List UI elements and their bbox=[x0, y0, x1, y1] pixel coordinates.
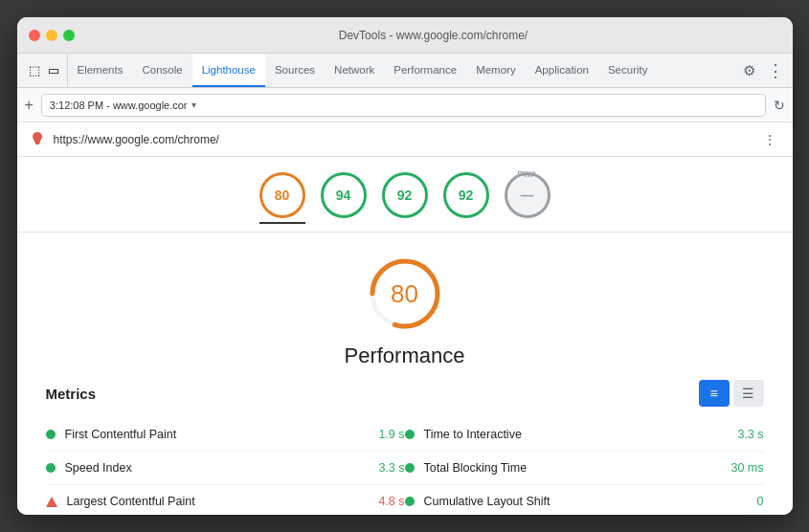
tab-lighthouse[interactable]: Lighthouse bbox=[192, 54, 265, 87]
settings-icon[interactable]: ⚙ bbox=[743, 62, 755, 79]
tab-sources[interactable]: Sources bbox=[265, 54, 325, 87]
devtools-icons: ⬚ ▭ bbox=[21, 54, 68, 87]
metrics-right-column: Time to Interactive 3.3 s Total Blocking… bbox=[405, 418, 764, 515]
tti-value: 3.3 s bbox=[737, 428, 763, 441]
tbt-value: 30 ms bbox=[730, 461, 763, 475]
lighthouse-url-bar: https://www.google.com/chrome/ ⋮ bbox=[17, 122, 793, 157]
fcp-label: First Contentful Paint bbox=[65, 428, 370, 441]
minimize-button[interactable] bbox=[46, 30, 57, 41]
metrics-header: Metrics ≡ ☰ bbox=[46, 380, 764, 407]
si-label: Speed Index bbox=[65, 461, 370, 475]
metrics-left-column: First Contentful Paint 1.9 s Speed Index… bbox=[46, 418, 405, 515]
lighthouse-more-options[interactable]: ⋮ bbox=[758, 128, 781, 151]
metrics-section: Metrics ≡ ☰ First Contentful Paint 1.9 s bbox=[17, 380, 793, 515]
pwa-score-circle: PWA — bbox=[505, 172, 551, 218]
close-button[interactable] bbox=[29, 30, 40, 41]
big-score-section: 80 Performance bbox=[17, 233, 793, 380]
svg-rect-2 bbox=[35, 143, 39, 144]
svg-rect-1 bbox=[34, 141, 40, 143]
metric-lcp: Largest Contentful Paint 4.8 s bbox=[46, 485, 405, 515]
score-tab-pwa[interactable]: PWA — bbox=[505, 172, 551, 224]
tab-console[interactable]: Console bbox=[132, 54, 191, 87]
tab-elements[interactable]: Elements bbox=[68, 54, 133, 87]
tab-network[interactable]: Network bbox=[325, 54, 384, 87]
cls-value: 0 bbox=[757, 495, 764, 508]
devtools-window: DevTools - www.google.com/chrome/ ⬚ ▭ El… bbox=[17, 17, 793, 515]
score-tabs: 80 94 92 92 PWA bbox=[17, 157, 793, 233]
list-view-button[interactable]: ☰ bbox=[733, 380, 764, 407]
metric-tti: Time to Interactive 3.3 s bbox=[405, 418, 764, 452]
performance-score-circle: 80 bbox=[259, 172, 305, 218]
accessibility-score-circle: 94 bbox=[321, 172, 367, 218]
metric-fcp: First Contentful Paint 1.9 s bbox=[46, 418, 405, 452]
tab-application[interactable]: Application bbox=[526, 54, 598, 87]
devtools-tab-bar: ⬚ ▭ Elements Console Lighthouse Sources … bbox=[17, 54, 793, 88]
metric-tbt: Total Blocking Time 30 ms bbox=[405, 452, 764, 485]
devtools-settings: ⚙ ⋮ bbox=[733, 54, 793, 87]
tti-indicator bbox=[405, 430, 415, 439]
score-tab-accessibility[interactable]: 94 bbox=[321, 172, 367, 224]
score-tab-seo[interactable]: 92 bbox=[443, 172, 489, 224]
cls-label: Cumulative Layout Shift bbox=[424, 495, 748, 508]
tbt-label: Total Blocking Time bbox=[424, 461, 722, 475]
metrics-title: Metrics bbox=[46, 386, 97, 402]
add-tab-icon[interactable]: + bbox=[25, 97, 34, 114]
lcp-indicator bbox=[46, 497, 57, 507]
refresh-icon[interactable]: ↻ bbox=[774, 98, 785, 113]
main-content: 80 94 92 92 PWA bbox=[17, 157, 793, 515]
metric-si: Speed Index 3.3 s bbox=[46, 452, 405, 485]
score-tab-best-practices[interactable]: 92 bbox=[382, 172, 428, 224]
more-options-icon[interactable]: ⋮ bbox=[767, 62, 783, 79]
fcp-indicator bbox=[46, 430, 56, 439]
grid-view-button[interactable]: ≡ bbox=[699, 380, 730, 407]
svg-point-0 bbox=[33, 132, 42, 142]
metrics-grid: First Contentful Paint 1.9 s Speed Index… bbox=[46, 418, 764, 515]
fcp-value: 1.9 s bbox=[378, 428, 404, 441]
big-score-ring: 80 bbox=[367, 255, 443, 332]
si-value: 3.3 s bbox=[378, 461, 404, 475]
active-tab-indicator bbox=[259, 222, 305, 224]
cls-indicator bbox=[405, 497, 415, 506]
lighthouse-logo bbox=[29, 131, 46, 148]
tti-label: Time to Interactive bbox=[424, 428, 729, 441]
score-tab-performance[interactable]: 80 bbox=[259, 172, 305, 224]
tab-memory[interactable]: Memory bbox=[466, 54, 526, 87]
si-indicator bbox=[46, 463, 56, 473]
dropdown-icon[interactable]: ▾ bbox=[191, 100, 196, 110]
mobile-icon[interactable]: ▭ bbox=[48, 63, 59, 78]
lcp-label: Largest Contentful Paint bbox=[67, 495, 370, 508]
big-score-label: Performance bbox=[345, 344, 465, 368]
seo-score-circle: 92 bbox=[443, 172, 489, 218]
lcp-value: 4.8 s bbox=[378, 495, 404, 508]
tab-security[interactable]: Security bbox=[598, 54, 658, 87]
best-practices-score-circle: 92 bbox=[382, 172, 428, 218]
tab-performance[interactable]: Performance bbox=[384, 54, 466, 87]
address-input[interactable]: 3:12:08 PM - www.google.cor ▾ bbox=[41, 94, 766, 117]
lighthouse-url-text: https://www.google.com/chrome/ bbox=[54, 133, 751, 146]
tbt-indicator bbox=[405, 463, 415, 473]
window-title: DevTools - www.google.com/chrome/ bbox=[86, 29, 781, 42]
address-bar: + 3:12:08 PM - www.google.cor ▾ ↻ bbox=[17, 88, 793, 122]
view-toggle: ≡ ☰ bbox=[699, 380, 764, 407]
traffic-lights bbox=[29, 30, 75, 41]
metric-cls: Cumulative Layout Shift 0 bbox=[405, 485, 764, 515]
maximize-button[interactable] bbox=[63, 30, 75, 41]
big-score-number: 80 bbox=[391, 279, 418, 309]
cursor-icon[interactable]: ⬚ bbox=[29, 63, 40, 78]
title-bar: DevTools - www.google.com/chrome/ bbox=[17, 17, 793, 54]
